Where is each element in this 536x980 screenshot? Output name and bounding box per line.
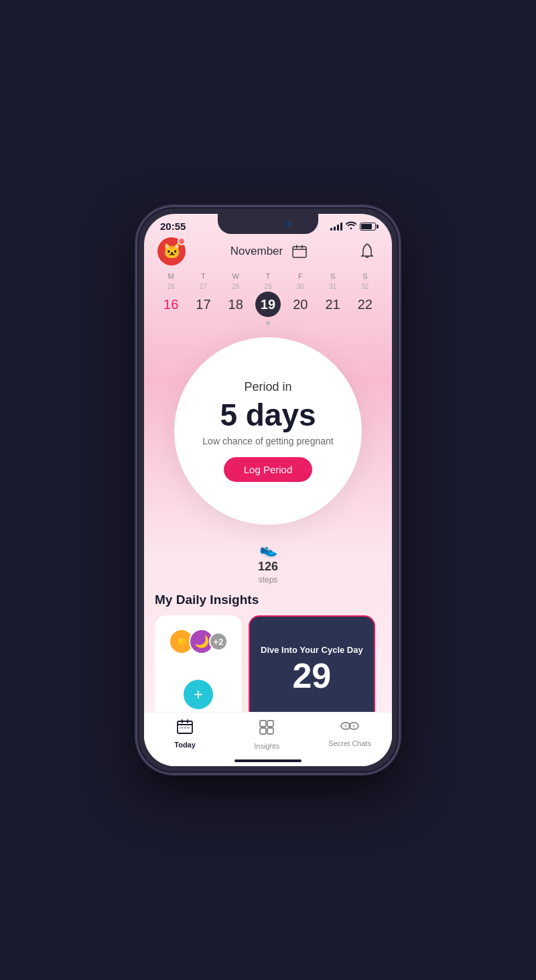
phone-screen: 20:55 — [144, 214, 392, 766]
insights-title: My Daily Insights — [155, 593, 381, 607]
calendar-strip: M T W T F S S 26 16 — [144, 272, 392, 330]
steps-label: steps — [259, 575, 278, 585]
day-header-s1: S — [316, 272, 348, 280]
day-header-m: M — [155, 272, 187, 280]
log-period-button[interactable]: Log Period — [224, 457, 313, 482]
status-time: 20:55 — [160, 221, 186, 232]
svg-rect-19 — [267, 721, 273, 727]
period-days-count: 5 days — [220, 400, 316, 430]
logo-notification-dot — [178, 237, 186, 245]
nav-secret-chats[interactable]: Secret Chats — [328, 719, 371, 750]
cycle-day-number: 29 — [292, 658, 331, 693]
today-nav-label: Today — [174, 741, 196, 749]
calendar-day-22[interactable]: 32 22 — [349, 283, 381, 325]
day-header-t1: T — [187, 272, 219, 280]
svg-rect-21 — [267, 728, 273, 734]
calendar-day-21[interactable]: 31 21 — [316, 283, 348, 325]
screen-content[interactable]: 20:55 — [144, 214, 392, 766]
calendar-day-19[interactable]: 29 19 — [252, 283, 284, 325]
svg-point-25 — [352, 725, 355, 727]
calendar-icon — [292, 245, 307, 258]
active-day-dot — [266, 321, 270, 325]
secret-chats-icon — [340, 719, 359, 737]
today-icon — [177, 719, 193, 738]
status-icons — [330, 221, 376, 231]
svg-rect-15 — [180, 727, 183, 729]
day-header-f: F — [284, 272, 316, 280]
insights-cards[interactable]: ☀️ 🌙 +2 + Dive Into Your Cycle Day 29 — [155, 615, 381, 723]
day-header-s2: S — [349, 272, 381, 280]
phone-frame: 20:55 — [137, 207, 399, 773]
svg-rect-0 — [293, 247, 306, 257]
cycle-card-title: Dive Into Your Cycle Day — [261, 645, 363, 656]
header-month: November — [230, 240, 311, 263]
calendar-day-18[interactable]: 28 18 — [220, 283, 252, 325]
svg-rect-17 — [187, 727, 190, 729]
secret-chats-nav-label: Secret Chats — [328, 739, 371, 747]
insights-icon — [259, 719, 275, 739]
log-icons-row: ☀️ 🌙 +2 — [169, 629, 228, 654]
log-badge-count: +2 — [209, 632, 228, 651]
log-add-button[interactable]: + — [184, 680, 213, 709]
camera-dot — [286, 221, 291, 227]
day-header-w: W — [220, 272, 252, 280]
app-header: 🐱 November — [144, 235, 392, 272]
period-sub-text: Low chance of getting pregnant — [189, 436, 346, 446]
battery-icon — [360, 223, 376, 231]
svg-rect-16 — [184, 727, 186, 729]
calendar-day-17[interactable]: 27 17 — [187, 283, 219, 325]
calendar-day-16[interactable]: 26 16 — [155, 283, 187, 325]
calendar-day-20[interactable]: 30 20 — [284, 283, 316, 325]
calendar-button[interactable] — [288, 240, 311, 263]
insights-nav-label: Insights — [254, 742, 279, 750]
cycle-day-card[interactable]: Dive Into Your Cycle Day 29 — [249, 615, 375, 723]
calendar-day-headers: M T W T F S S — [155, 272, 381, 283]
main-circle: Period in 5 days Low chance of getting p… — [174, 337, 362, 525]
bell-icon — [360, 243, 375, 259]
calendar-dates[interactable]: 26 16 27 17 28 18 — [155, 283, 381, 325]
steps-count: 126 — [258, 560, 278, 574]
bottom-nav: Today Insights — [144, 712, 392, 766]
log-card[interactable]: ☀️ 🌙 +2 + — [155, 615, 242, 723]
main-circle-container: Period in 5 days Low chance of getting p… — [144, 330, 392, 536]
app-logo[interactable]: 🐱 — [157, 237, 186, 265]
nav-today[interactable]: Today — [165, 719, 205, 750]
signal-icon — [330, 223, 342, 231]
steps-section: 👟 126 steps — [144, 536, 392, 593]
wifi-icon — [346, 221, 356, 231]
nav-insights[interactable]: Insights — [247, 719, 287, 750]
notification-button[interactable] — [356, 240, 379, 263]
svg-point-24 — [344, 725, 347, 727]
home-indicator — [234, 759, 302, 762]
month-label: November — [230, 245, 283, 258]
period-label: Period in — [244, 380, 291, 394]
day-header-t2: T — [252, 272, 284, 280]
steps-icon: 👟 — [259, 541, 277, 558]
svg-rect-18 — [260, 721, 266, 727]
notch — [218, 214, 318, 234]
svg-rect-20 — [260, 728, 266, 734]
